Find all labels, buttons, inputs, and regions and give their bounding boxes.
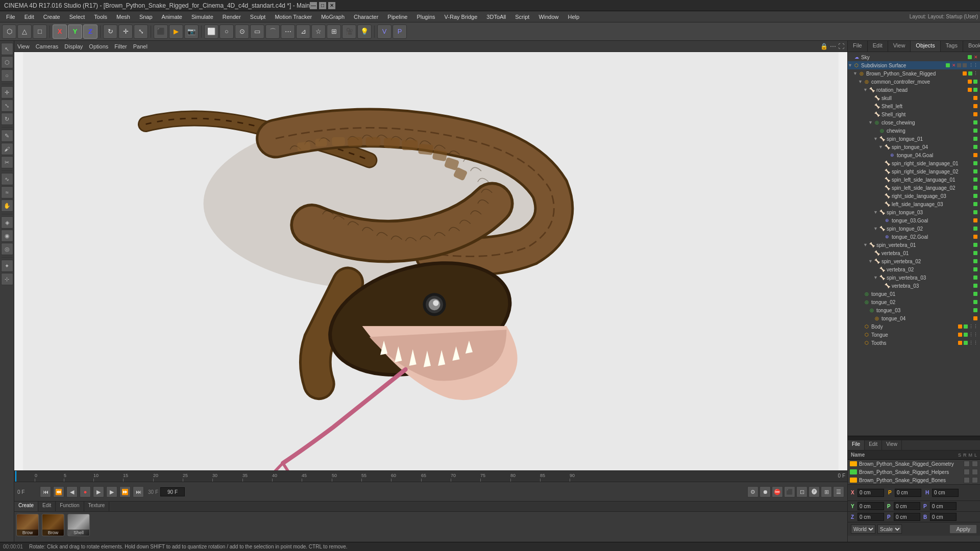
- toolbar-y-axis[interactable]: Y: [68, 24, 82, 39]
- timeline-ruler[interactable]: 0 5 10 15 20 25 30 35 40: [14, 471, 847, 482]
- tree-item-tongue-02[interactable]: ◎ tongue_02: [848, 298, 980, 306]
- coord-y-input[interactable]: [857, 502, 884, 510]
- toolbar-effector[interactable]: ☆: [311, 24, 326, 39]
- rtab-view[interactable]: View: [888, 41, 911, 52]
- tree-item-spin-vert-02[interactable]: ▼ 🦴 spin_vertebra_02: [848, 257, 980, 265]
- toolbar-mode-points[interactable]: ⬡: [2, 24, 16, 39]
- close-button[interactable]: ✕: [328, 2, 335, 9]
- coord-system-select[interactable]: World Local: [851, 524, 875, 534]
- toolbar-mode-edges[interactable]: △: [17, 24, 32, 39]
- tree-item-right-lang-03[interactable]: 🦴 right_side_language_03: [848, 192, 980, 200]
- rtab-bookmarks[interactable]: Bookma.: [963, 41, 980, 52]
- tool-move2[interactable]: ✛: [1, 86, 13, 98]
- timeline-playhead[interactable]: [15, 471, 16, 482]
- material-brow1[interactable]: Brow: [16, 514, 39, 536]
- coord-x-input[interactable]: [857, 489, 884, 497]
- tool-smooth[interactable]: ≈: [1, 186, 13, 198]
- tree-item-vertebra-02[interactable]: 🦴 vertebra_02: [848, 265, 980, 273]
- lower-check-s3[interactable]: [964, 477, 970, 483]
- menu-mograph[interactable]: MoGraph: [317, 13, 349, 21]
- tree-item-spin-tongue-01[interactable]: ▼ 🦴 spin_tongue_01: [848, 135, 980, 143]
- coord-hy-input[interactable]: [930, 502, 957, 510]
- viewport[interactable]: [14, 52, 847, 470]
- lower-item-geometry[interactable]: Brown_Python_Snake_Rigged_Geometry: [848, 460, 980, 468]
- tool-extra2[interactable]: ◉: [1, 230, 13, 242]
- toolbar-mode-polys[interactable]: □: [33, 24, 47, 39]
- menu-create[interactable]: Create: [39, 13, 64, 21]
- br-tab-view[interactable]: View: [882, 440, 902, 450]
- tree-item-spin-right-01[interactable]: 🦴 spin_right_side_language_01: [848, 159, 980, 167]
- tree-item-tongue-mat[interactable]: ⬡ Tongue ⋮⋮: [848, 331, 980, 339]
- toolbar-vray2[interactable]: P: [393, 24, 407, 39]
- toolbar-x-axis[interactable]: X: [53, 24, 67, 39]
- tree-item-left-lang-03[interactable]: 🦴 left_side_language_03: [848, 200, 980, 208]
- tree-item-close-chewing[interactable]: ▼ ◎ close_chewing: [848, 118, 980, 127]
- tool-grab[interactable]: ✋: [1, 199, 13, 212]
- tc-btn-first[interactable]: ⏮: [40, 486, 51, 497]
- lower-check-s2[interactable]: [964, 469, 970, 475]
- tc-btn-last[interactable]: ⏭: [133, 486, 144, 497]
- lower-check-r2[interactable]: [972, 469, 978, 475]
- coord-hz-input[interactable]: [930, 513, 957, 521]
- menu-plugins[interactable]: Plugins: [412, 13, 439, 21]
- tool-circle-sel[interactable]: ○: [1, 69, 13, 82]
- tool-knife[interactable]: ✂: [1, 156, 13, 168]
- toolbar-render-region[interactable]: ⬛: [154, 24, 168, 39]
- menu-render[interactable]: Render: [218, 13, 245, 21]
- tree-item-spin-tongue-04[interactable]: ▼ 🦴 spin_tongue_04: [848, 143, 980, 151]
- tree-item-shell-left[interactable]: 🦴 Shell_left: [848, 102, 980, 110]
- lower-item-helpers[interactable]: Brown_Python_Snake_Rigged_Helpers: [848, 468, 980, 476]
- tree-item-spin-left-01[interactable]: 🦴 spin_left_side_language_01: [848, 176, 980, 184]
- tree-item-snake[interactable]: ▼ ◎ Brown_Python_Snake_Rigged ⋮: [848, 69, 980, 78]
- material-shell[interactable]: Shell: [67, 514, 90, 536]
- lower-item-bones[interactable]: Brown_Python_Snake_Rigged_Bones: [848, 476, 980, 484]
- mat-tab-function[interactable]: Function: [56, 502, 84, 511]
- tc-btn-options3[interactable]: ⛔: [772, 486, 783, 497]
- tc-btn-record[interactable]: ●: [80, 486, 91, 497]
- tc-btn-prev[interactable]: ◀: [66, 486, 78, 497]
- tree-item-spin-left-02[interactable]: 🦴 spin_left_side_language_02: [848, 184, 980, 192]
- vp-menu-filter[interactable]: Filter: [114, 43, 127, 49]
- menu-select[interactable]: Select: [65, 13, 89, 21]
- tc-btn-options6[interactable]: 🅟: [808, 486, 820, 497]
- tool-lasso[interactable]: ⬡: [1, 56, 13, 68]
- coord-px-input[interactable]: [895, 489, 921, 497]
- tree-item-tongue-03[interactable]: ◎ tongue_03: [848, 306, 980, 314]
- tree-item-subdivision[interactable]: ▼ ⬡ Subdivision Surface ✕ ⋮⋮: [848, 61, 980, 69]
- tc-btn-options2[interactable]: ⏺: [760, 486, 771, 497]
- vp-icon-dots[interactable]: ⋯: [830, 43, 836, 50]
- menu-motiontracker[interactable]: Motion Tracker: [271, 13, 316, 21]
- tree-item-tongue03goal[interactable]: ⊕ tongue_03.Goal: [848, 216, 980, 224]
- tree-item-spin-tongue-03[interactable]: ▼ 🦴 spin_tongue_03: [848, 208, 980, 216]
- br-tab-edit[interactable]: Edit: [865, 440, 882, 450]
- toolbar-cloner[interactable]: ⊞: [327, 24, 341, 39]
- menu-help[interactable]: Help: [564, 13, 584, 21]
- tree-item-tongue02goal[interactable]: ⊕ tongue_02.Goal: [848, 233, 980, 241]
- toolbar-spline[interactable]: ⌒: [265, 24, 280, 39]
- object-tree[interactable]: ☁ Sky ✕ ▼ ⬡ Subdivision Surface: [848, 52, 980, 436]
- vp-menu-display[interactable]: Display: [64, 43, 83, 49]
- toolbar-cylinder[interactable]: ⊙: [235, 24, 249, 39]
- toolbar-plane[interactable]: ▭: [250, 24, 264, 39]
- tool-ik[interactable]: ⊹: [1, 273, 13, 285]
- menu-vray[interactable]: V-Ray Bridge: [440, 13, 482, 21]
- menu-mesh[interactable]: Mesh: [112, 13, 134, 21]
- tc-btn-next-key[interactable]: ⏩: [119, 486, 131, 497]
- tree-item-vertebra-03[interactable]: 🦴 vertebra_03: [848, 282, 980, 290]
- tree-item-common-ctrl[interactable]: ▼ ◎ common_controller_move: [848, 78, 980, 86]
- tree-item-tooths[interactable]: ⬡ Tooths ⋮⋮: [848, 339, 980, 347]
- tree-item-spin-right-02[interactable]: 🦴 spin_right_side_language_02: [848, 167, 980, 176]
- mat-tab-texture[interactable]: Texture: [84, 502, 110, 511]
- tree-item-shell-right[interactable]: 🦴 Shell_right: [848, 110, 980, 118]
- coord-z-input[interactable]: [857, 513, 884, 521]
- rtab-file[interactable]: File: [848, 41, 868, 52]
- tree-item-tongue-04[interactable]: ◎ tongue_04: [848, 314, 980, 322]
- rtab-objects[interactable]: Objects: [911, 41, 940, 52]
- tool-extra1[interactable]: ◈: [1, 216, 13, 229]
- tool-extra3[interactable]: ◎: [1, 243, 13, 255]
- tree-item-body[interactable]: ⬡ Body ⋮⋮: [848, 322, 980, 331]
- tc-btn-options7[interactable]: ⊞: [821, 486, 832, 497]
- vp-icon-lock[interactable]: 🔒: [820, 43, 828, 50]
- tc-btn-options8[interactable]: ☰: [833, 486, 844, 497]
- menu-edit[interactable]: Edit: [20, 13, 38, 21]
